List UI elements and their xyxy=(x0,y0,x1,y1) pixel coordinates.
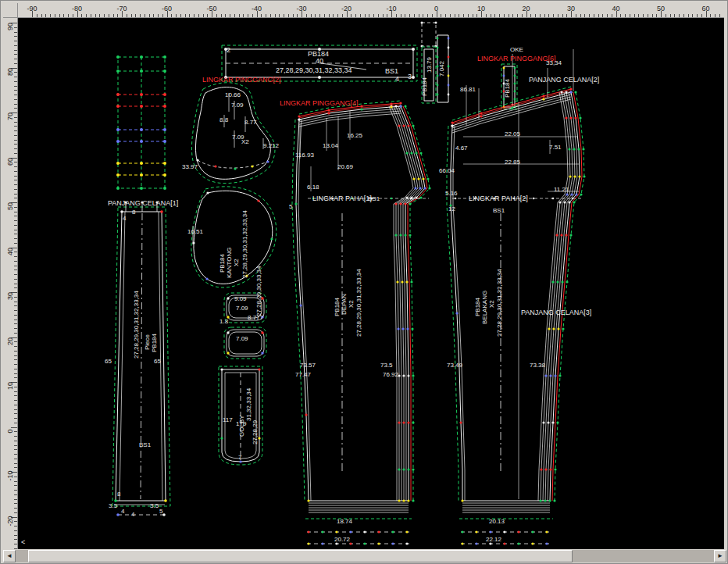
ruler-tick xyxy=(602,14,603,17)
ruler-tick xyxy=(14,27,17,28)
canvas-label: 73.57 xyxy=(300,362,316,369)
ruler-tick xyxy=(396,14,397,17)
ruler-tick xyxy=(14,32,17,33)
ruler-tick xyxy=(719,14,720,17)
ruler-tick xyxy=(14,305,17,306)
pattern-point xyxy=(437,84,439,87)
ruler-tick xyxy=(275,14,276,17)
ruler-tick xyxy=(14,499,17,500)
ruler-tick xyxy=(710,14,711,17)
pattern-point xyxy=(554,374,556,377)
scroll-right-button[interactable]: ► xyxy=(714,550,726,562)
pattern-point xyxy=(164,499,167,502)
pattern-point xyxy=(553,499,555,502)
scroll-left-button[interactable]: ◄ xyxy=(3,550,16,562)
ruler-tick xyxy=(162,14,163,17)
pattern-point xyxy=(577,148,580,150)
horizontal-scrollbar[interactable]: ◄ ► xyxy=(3,550,726,562)
pattern-point xyxy=(566,280,568,283)
ruler-label: 50 xyxy=(6,199,14,214)
ruler-tick xyxy=(243,14,244,17)
ruler-tick xyxy=(14,387,17,387)
pattern-point xyxy=(533,198,535,200)
ruler-label: -80 xyxy=(72,5,82,12)
ruler-tick xyxy=(135,14,136,17)
ruler-label: -50 xyxy=(206,5,216,12)
canvas-label: 3.5 xyxy=(109,502,118,509)
scrollbar-track[interactable] xyxy=(16,550,714,562)
ruler-tick xyxy=(14,454,17,455)
pocket-pieces[interactable] xyxy=(191,83,277,287)
ruler-tick xyxy=(14,270,17,270)
ruler-label: 60 xyxy=(701,5,709,12)
pattern-point xyxy=(162,513,166,516)
pattern-point xyxy=(575,193,577,195)
ruler-corner xyxy=(3,3,18,18)
pattern-point xyxy=(140,162,143,165)
pattern-point xyxy=(480,115,482,117)
pattern-point xyxy=(163,173,166,177)
pattern-point xyxy=(551,421,554,423)
pattern-point xyxy=(503,75,505,77)
grading-grid-piece[interactable] xyxy=(116,55,166,190)
pattern-point xyxy=(360,105,362,107)
ruler-label: 40 xyxy=(612,5,619,12)
pattern-line xyxy=(453,126,465,501)
ruler-tick xyxy=(14,176,17,177)
pattern-point xyxy=(410,280,412,283)
canvas-label: LINGKAR PAHA[1] xyxy=(312,195,372,202)
ruler-tick xyxy=(109,14,109,17)
canvas-label: 10.66 xyxy=(225,91,241,98)
canvas-label: 4.67 xyxy=(455,145,468,152)
ruler-tick xyxy=(342,14,343,17)
canvas-label: 20.69 xyxy=(337,163,354,170)
pattern-point xyxy=(116,140,120,143)
canvas-label: X2 xyxy=(233,259,240,266)
small-strip-pieces[interactable] xyxy=(421,22,518,110)
pattern-point xyxy=(140,187,143,190)
ruler-label: 50 xyxy=(657,5,665,12)
ruler-tick xyxy=(14,373,17,374)
pattern-point xyxy=(551,280,554,283)
pattern-point xyxy=(163,55,166,59)
ruler-tick xyxy=(14,212,17,212)
pattern-point xyxy=(532,543,534,545)
ruler-tick xyxy=(544,14,545,17)
ruler-tick xyxy=(14,333,17,334)
pattern-point xyxy=(394,105,397,107)
pattern-point xyxy=(548,499,551,502)
ruler-label: -10 xyxy=(6,469,14,484)
ruler-tick xyxy=(14,310,17,311)
canvas-label: PB184 xyxy=(421,77,428,96)
drawing-canvas[interactable]: 2PB1844027,28,29,30,31,32,33,34BS134LING… xyxy=(18,18,724,549)
pattern-point xyxy=(378,543,380,545)
pattern-point xyxy=(412,421,414,423)
pattern-point xyxy=(557,327,559,330)
ruler-tick xyxy=(230,14,230,17)
ruler-tick xyxy=(594,14,594,17)
ruler-tick xyxy=(140,14,141,17)
pattern-point xyxy=(518,543,520,545)
canvas-label: 13.04 xyxy=(323,142,339,149)
canvas-label: 117 xyxy=(223,416,233,423)
canvas-label: Piece xyxy=(144,334,151,350)
pattern-point xyxy=(419,152,422,154)
canvas-label: OKE xyxy=(510,46,523,53)
pattern-point xyxy=(569,175,571,177)
long-strip-piece[interactable] xyxy=(112,201,170,516)
pattern-point xyxy=(308,531,310,534)
pattern-point xyxy=(407,374,409,377)
ruler-tick xyxy=(355,14,356,17)
ruler-tick xyxy=(652,14,653,17)
ruler-label: -20 xyxy=(6,513,14,528)
ruler-tick xyxy=(14,431,17,432)
ruler-tick xyxy=(553,14,554,17)
back-trouser-piece[interactable] xyxy=(447,49,586,545)
scrollbar-thumb[interactable] xyxy=(28,550,573,562)
ruler-label: 90 xyxy=(6,20,14,34)
ruler-tick xyxy=(261,14,262,17)
ruler-tick xyxy=(14,86,17,87)
ruler-tick xyxy=(14,41,17,41)
canvas-label: 3 xyxy=(408,73,412,80)
pattern-point xyxy=(394,202,397,205)
